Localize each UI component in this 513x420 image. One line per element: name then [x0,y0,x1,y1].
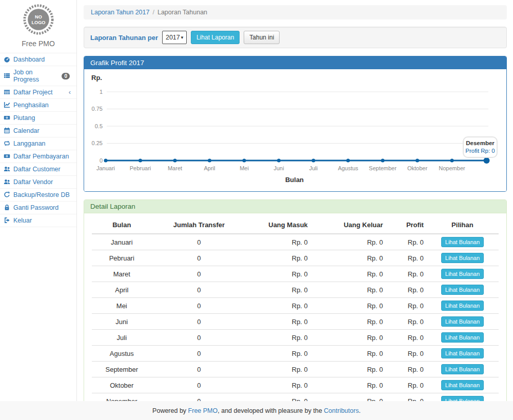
cell-uang_masuk: Rp. 0 [246,266,310,282]
cell-pilihan: Lihat Bulanan [426,377,499,393]
cell-uang_keluar: Rp. 0 [310,314,386,330]
lihat-bulanan-button-januari[interactable]: Lihat Bulanan [441,237,484,247]
cell-profit: Rp. 0 [386,330,426,346]
sidebar-item-label: Langganan [13,140,46,147]
cell-profit: Rp. 0 [386,362,426,377]
lihat-bulanan-button-april[interactable]: Lihat Bulanan [441,285,484,295]
breadcrumb-link-laporan-tahun[interactable]: Laporan Tahun 2017 [91,9,149,16]
table-icon [4,89,10,95]
cell-pilihan: Lihat Bulanan [426,266,499,282]
no-logo-icon: NO LOGO [23,4,54,35]
x-tick-label-pebruari: Pebruari [130,165,151,171]
cell-bulan: Maret [92,266,152,282]
users-icon [4,166,10,172]
cell-jumlah_transfer: 0 [152,234,247,250]
column-header-bulan: Bulan [92,216,152,234]
lihat-bulanan-button-agustus[interactable]: Lihat Bulanan [441,348,484,358]
detail-body: BulanJumlah TransferUang MasukUang Kelua… [84,213,506,420]
cell-pilihan: Lihat Bulanan [426,298,499,314]
sidebar-item-keluar[interactable]: Keluar [0,214,76,227]
footer-link-free-pmo[interactable]: Free PMO [188,407,218,414]
cell-uang_keluar: Rp. 0 [310,298,386,314]
sidebar-item-daftar-customer[interactable]: Daftar Customer [0,163,76,176]
sidebar-item-daftar-pembayaran[interactable]: Daftar Pembayaran [0,150,76,163]
footer-link-contributors[interactable]: Contributors [324,407,359,414]
cell-uang_masuk: Rp. 0 [246,330,310,346]
cell-profit: Rp. 0 [386,234,426,250]
y-tick-label: 0.25 [92,140,103,146]
logo-block[interactable]: NO LOGO Free PMO [0,0,76,48]
chart-xlabel: Bulan [285,176,304,184]
lihat-bulanan-button-pebruari[interactable]: Lihat Bulanan [441,253,484,263]
data-point-april[interactable] [208,159,211,163]
x-tick-label-september: September [369,165,397,171]
calendar-icon [4,127,10,134]
profit-line-chart[interactable]: Rp.10.750.50.250JanuariPebruariMaretApri… [90,73,500,187]
data-point-juni[interactable] [277,159,281,163]
table-row: April0Rp. 0Rp. 0Rp. 0Lihat Bulanan [92,282,499,298]
lihat-bulanan-button-juli[interactable]: Lihat Bulanan [441,332,484,343]
line-chart-icon [4,102,10,108]
data-point-oktober[interactable] [416,159,419,163]
sidebar-item-daftar-project[interactable]: Daftar Project‹ [0,86,76,99]
sidebar-item-daftar-vendor[interactable]: Daftar Vendor [0,176,76,189]
sidebar-item-label: Job on Progress [13,69,59,83]
data-point-maret[interactable] [173,159,177,163]
lihat-bulanan-button-juni[interactable]: Lihat Bulanan [441,316,484,327]
data-point-mei[interactable] [243,159,246,163]
column-header-uang-keluar: Uang Keluar [310,216,386,234]
svg-text:LOGO: LOGO [31,20,45,25]
lihat-bulanan-button-september[interactable]: Lihat Bulanan [441,364,484,374]
page-footer: Powered by Free PMO, and developed with … [0,401,513,420]
cell-pilihan: Lihat Bulanan [426,250,499,266]
sidebar-item-label: Backup/Restore DB [13,191,70,198]
footer-text-suffix: . [359,407,360,414]
lihat-laporan-button[interactable]: Lihat Laporan [191,31,240,44]
y-tick-label: 1 [100,89,103,95]
data-point-januari[interactable] [104,159,108,163]
cell-profit: Rp. 0 [386,298,426,314]
sidebar-item-piutang[interactable]: Piutang [0,112,76,125]
cell-bulan: Pebruari [92,250,152,266]
x-tick-label-nopember: Nopember [439,165,465,171]
cell-jumlah_transfer: 0 [152,282,247,298]
sidebar-item-langganan[interactable]: Langganan [0,137,76,150]
cell-bulan: Juli [92,330,152,346]
cell-jumlah_transfer: 0 [152,346,247,362]
year-select[interactable]: 2017 ▼ [162,31,187,44]
data-point-juli[interactable] [312,159,315,163]
data-point-desember[interactable] [484,157,490,164]
count-badge: 0 [62,73,70,79]
x-tick-label-juni: Juni [273,165,284,171]
sidebar-item-ganti-password[interactable]: Ganti Password [0,202,76,214]
cell-uang_keluar: Rp. 0 [310,362,386,377]
x-tick-label-januari: Januari [96,165,115,171]
x-tick-label-oktober: Oktober [407,165,427,171]
sidebar-item-backup-restore-db[interactable]: Backup/Restore DB [0,189,76,202]
data-point-agustus[interactable] [346,159,350,163]
sidebar-item-penghasilan[interactable]: Penghasilan [0,99,76,112]
brand-name: Free PMO [0,39,76,48]
chevron-left-icon: ‹ [69,90,71,95]
table-row: Januari0Rp. 0Rp. 0Rp. 0Lihat Bulanan [92,234,499,250]
cell-jumlah_transfer: 0 [152,377,247,393]
tahun-ini-button[interactable]: Tahun ini [244,31,280,44]
sidebar-item-calendar[interactable]: Calendar [0,125,76,137]
cell-bulan: September [92,362,152,377]
sidebar-item-job-on-progress[interactable]: Job on Progress0 [0,66,76,86]
sidebar-item-dashboard[interactable]: Dashboard [0,53,76,66]
cell-profit: Rp. 0 [386,250,426,266]
app-window: NO LOGO Free PMO DashboardJob on Progres… [0,0,513,420]
column-header-uang-masuk: Uang Masuk [246,216,310,234]
y-tick-label: 0.75 [92,106,103,112]
lihat-bulanan-button-mei[interactable]: Lihat Bulanan [441,301,484,311]
lihat-bulanan-button-oktober[interactable]: Lihat Bulanan [441,380,484,390]
sign-out-icon [4,217,10,224]
cell-uang_masuk: Rp. 0 [246,314,310,330]
data-point-september[interactable] [381,159,385,163]
chart-body: Rp.10.750.50.250JanuariPebruariMaretApri… [84,69,506,191]
sidebar-item-label: Dashboard [13,56,45,63]
lihat-bulanan-button-maret[interactable]: Lihat Bulanan [441,269,484,279]
data-point-nopember[interactable] [450,159,454,163]
data-point-pebruari[interactable] [139,159,142,163]
